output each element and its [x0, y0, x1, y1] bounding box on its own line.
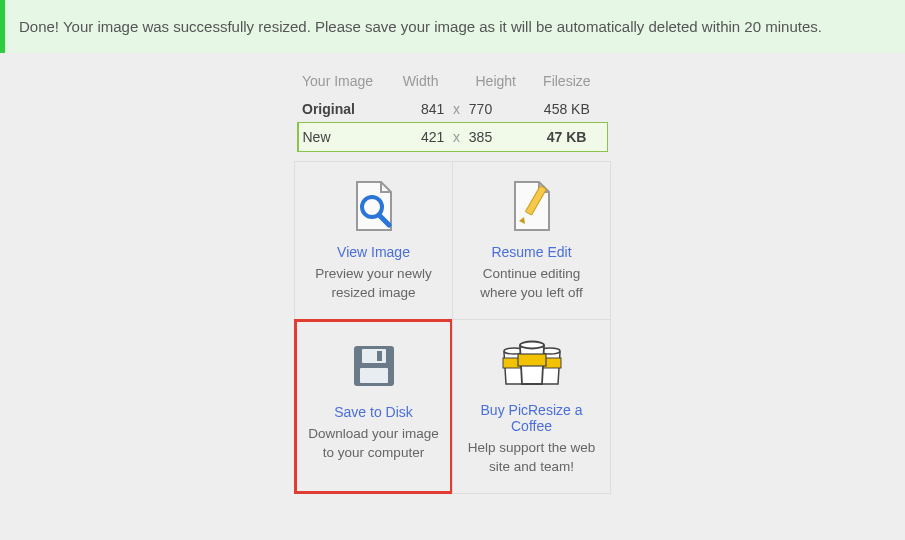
- col-filesize: Filesize: [527, 67, 607, 95]
- pencil-document-icon: [507, 178, 557, 234]
- card-view-image[interactable]: View Image Preview your newly resized im…: [294, 161, 453, 320]
- buy-coffee-desc: Help support the web site and team!: [463, 438, 600, 477]
- resume-edit-link[interactable]: Resume Edit: [491, 244, 571, 260]
- svg-rect-12: [518, 354, 546, 366]
- stats-table: Your Image Width Height Filesize Origina…: [298, 67, 608, 151]
- coffee-cups-icon: [497, 336, 567, 392]
- view-image-desc: Preview your newly resized image: [305, 264, 442, 303]
- original-label: Original: [298, 95, 393, 123]
- new-filesize: 47 KB: [527, 123, 607, 151]
- card-buy-coffee[interactable]: Buy PicResize a Coffee Help support the …: [452, 319, 611, 494]
- floppy-disk-icon: [349, 338, 399, 394]
- col-image: Your Image: [298, 67, 393, 95]
- view-image-link[interactable]: View Image: [337, 244, 410, 260]
- new-height: 385: [465, 123, 527, 151]
- svg-rect-5: [362, 349, 386, 363]
- original-height: 770: [465, 95, 527, 123]
- svg-point-13: [520, 341, 544, 348]
- resume-edit-desc: Continue editing where you left off: [463, 264, 600, 303]
- original-filesize: 458 KB: [527, 95, 607, 123]
- new-width: 421: [393, 123, 449, 151]
- svg-rect-7: [360, 368, 388, 383]
- svg-rect-6: [377, 351, 382, 361]
- action-grid: View Image Preview your newly resized im…: [295, 161, 611, 493]
- row-original: Original 841 x 770 458 KB: [298, 95, 607, 123]
- original-width: 841: [393, 95, 449, 123]
- col-width: Width: [393, 67, 449, 95]
- buy-coffee-link[interactable]: Buy PicResize a Coffee: [463, 402, 600, 434]
- success-notice: Done! Your image was successfully resize…: [0, 0, 905, 53]
- row-new: New 421 x 385 47 KB: [298, 123, 607, 151]
- card-resume-edit[interactable]: Resume Edit Continue editing where you l…: [452, 161, 611, 320]
- magnifier-document-icon: [349, 178, 399, 234]
- col-height: Height: [465, 67, 527, 95]
- card-save-to-disk[interactable]: Save to Disk Download your image to your…: [294, 319, 453, 494]
- save-to-disk-desc: Download your image to your computer: [307, 424, 440, 463]
- notice-text: Done! Your image was successfully resize…: [19, 18, 822, 35]
- new-label: New: [298, 123, 393, 151]
- save-to-disk-link[interactable]: Save to Disk: [334, 404, 413, 420]
- main-content: Your Image Width Height Filesize Origina…: [0, 53, 905, 493]
